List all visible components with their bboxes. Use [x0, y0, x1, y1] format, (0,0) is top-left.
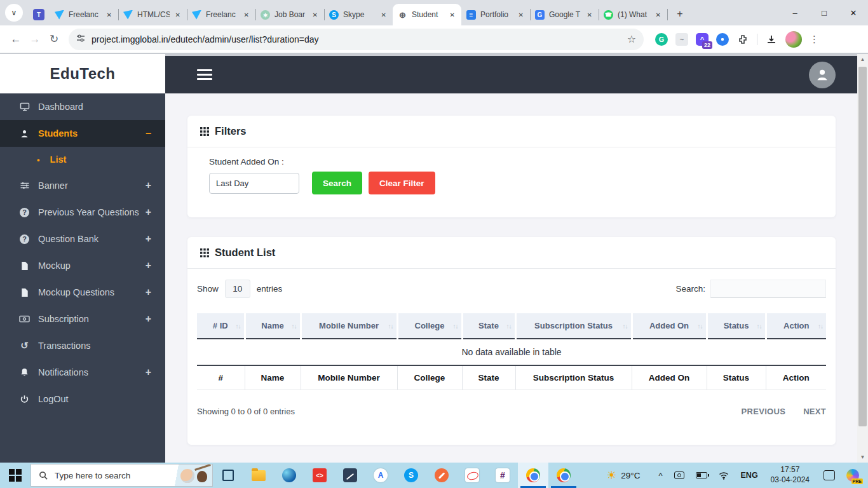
tab-search-dropdown-button[interactable]: ∨	[5, 4, 23, 22]
camera-icon[interactable]	[674, 471, 684, 479]
sidebar-item-subscription[interactable]: Subscription +	[0, 306, 165, 332]
brand-logo[interactable]: EduTech	[0, 54, 165, 93]
search-button[interactable]: Search	[312, 172, 362, 194]
expand-plus-icon[interactable]: +	[146, 180, 151, 191]
taskbar-search-box[interactable]: Type here to search	[31, 464, 213, 487]
taskbar-app-edge[interactable]	[274, 463, 304, 488]
sidebar-item-previous-year-questions[interactable]: ? Previous Year Questions +	[0, 199, 165, 226]
page-scrollbar[interactable]: ▲ ▼	[857, 54, 868, 463]
scroll-up-arrow[interactable]: ▲	[857, 54, 868, 65]
grammarly-extension-icon[interactable]: G	[655, 33, 668, 46]
previous-page-button[interactable]: PREVIOUS	[742, 407, 786, 416]
column-header-id[interactable]: # ID↑↓	[197, 313, 245, 339]
taskbar-app-code-editor[interactable]: <>	[304, 463, 335, 488]
column-header-added-on[interactable]: Added On↑↓	[632, 313, 707, 339]
taskbar-app-dark-tool[interactable]	[335, 463, 365, 488]
tab-student-list-active[interactable]: ⊕ Student ✕	[393, 4, 461, 25]
collapse-minus-icon[interactable]: −	[146, 128, 151, 139]
expand-plus-icon[interactable]: +	[146, 287, 151, 298]
close-tab-icon[interactable]: ✕	[174, 10, 182, 20]
start-button[interactable]	[9, 469, 22, 482]
back-button[interactable]: ←	[6, 30, 25, 49]
close-tab-icon[interactable]: ✕	[243, 10, 250, 20]
scroll-down-arrow[interactable]: ▼	[857, 452, 868, 463]
close-tab-icon[interactable]: ✕	[311, 10, 319, 20]
copilot-icon[interactable]: PRE	[846, 469, 859, 482]
sidebar-item-question-bank[interactable]: ? Question Bank +	[0, 226, 165, 252]
column-header-state[interactable]: State↑↓	[462, 313, 515, 339]
bookmark-star-icon[interactable]: ☆	[627, 33, 636, 45]
page-size-select[interactable]: 10	[225, 280, 250, 298]
tab-html-css[interactable]: HTML/CS ✕	[118, 4, 187, 25]
sidebar-item-dashboard[interactable]: Dashboard	[0, 93, 165, 120]
sidebar-item-notifications[interactable]: Notifications +	[0, 359, 165, 386]
site-info-icon[interactable]	[76, 34, 85, 45]
taskbar-app-snipping-tool[interactable]	[457, 463, 487, 488]
show-hidden-icons-chevron[interactable]: ^	[658, 471, 662, 480]
close-window-button[interactable]: ✕	[839, 0, 868, 25]
close-tab-icon[interactable]: ✕	[654, 10, 662, 20]
maximize-button[interactable]: □	[810, 0, 839, 25]
battery-icon[interactable]	[696, 472, 707, 478]
sidebar-subitem-list[interactable]: • List	[0, 147, 165, 172]
sidebar-item-mockup[interactable]: Mockup +	[0, 252, 165, 279]
expand-plus-icon[interactable]: +	[146, 313, 151, 325]
tab-whatsapp[interactable]: ☎ (1) What ✕	[599, 4, 667, 25]
wifi-icon[interactable]	[719, 471, 729, 480]
address-bar[interactable]: project.imgglobal.in/edutech/admin/user/…	[69, 29, 644, 50]
tab-job-board[interactable]: ∗ Job Boar ✕	[255, 4, 324, 25]
column-header-mobile[interactable]: Mobile Number↑↓	[301, 313, 397, 339]
sidebar-item-logout[interactable]: LogOut	[0, 386, 165, 412]
column-header-subscription[interactable]: Subscription Status↑↓	[515, 313, 632, 339]
blue-extension-icon[interactable]	[716, 33, 729, 46]
taskbar-app-skype[interactable]: S	[396, 463, 426, 488]
minimize-button[interactable]: –	[780, 0, 810, 25]
sidebar-item-banner[interactable]: Banner +	[0, 172, 165, 199]
close-tab-icon[interactable]: ✕	[105, 10, 113, 20]
wave-extension-icon[interactable]: ~	[675, 33, 688, 46]
tab-freelancer-2[interactable]: Freelanc ✕	[187, 4, 255, 25]
column-header-action[interactable]: Action↑↓	[766, 313, 826, 339]
column-header-status[interactable]: Status↑↓	[707, 313, 766, 339]
table-search-input[interactable]	[710, 280, 826, 298]
sidebar-item-mockup-questions[interactable]: Mockup Questions +	[0, 279, 165, 306]
taskbar-app-slack[interactable]: #	[487, 463, 518, 488]
clock[interactable]: 17:57 03-04-2024	[771, 465, 810, 485]
tab-google-translate[interactable]: G Google T ✕	[530, 4, 599, 25]
taskbar-app-file-explorer[interactable]	[243, 463, 274, 488]
notification-center-icon[interactable]	[824, 470, 835, 480]
close-tab-icon[interactable]: ✕	[517, 10, 525, 20]
column-header-college[interactable]: College↑↓	[397, 313, 462, 339]
search-box-doodle[interactable]	[170, 464, 212, 486]
downloads-icon[interactable]	[765, 33, 778, 46]
expand-plus-icon[interactable]: +	[146, 207, 151, 218]
taskbar-app-task-view[interactable]	[213, 463, 243, 488]
browser-menu-icon[interactable]: ⋮	[810, 34, 820, 45]
user-avatar[interactable]	[809, 62, 836, 88]
close-tab-icon[interactable]: ✕	[380, 10, 388, 20]
url-text[interactable]: project.imgglobal.in/edutech/admin/user/…	[92, 34, 627, 44]
taskbar-app-chrome-active[interactable]	[518, 463, 548, 488]
purple-extension-icon[interactable]: ^22	[696, 33, 709, 46]
close-tab-icon[interactable]: ✕	[586, 10, 593, 20]
reload-button[interactable]: ↻	[44, 30, 64, 49]
clear-filter-button[interactable]: Clear Filter	[369, 172, 435, 194]
tab-freelancer-1[interactable]: Freelanc ✕	[50, 4, 118, 25]
sidebar-item-students[interactable]: Students −	[0, 120, 165, 147]
hamburger-menu-icon[interactable]	[197, 69, 212, 80]
weather-widget[interactable]: ☀ 29°C	[606, 468, 640, 482]
expand-plus-icon[interactable]: +	[146, 233, 151, 245]
taskbar-app-postman[interactable]	[426, 463, 457, 488]
column-header-name[interactable]: Name↑↓	[245, 313, 301, 339]
scrollbar-thumb[interactable]	[858, 67, 867, 426]
duration-select[interactable]: Last Day	[209, 173, 299, 194]
sidebar-item-transactions[interactable]: ↺ Transactions	[0, 332, 165, 359]
tab-portfolio[interactable]: ≡ Portfolio ✕	[461, 4, 530, 25]
close-tab-icon[interactable]: ✕	[449, 10, 456, 20]
language-indicator[interactable]: ENG	[741, 471, 758, 480]
tab-skype[interactable]: S Skype ✕	[324, 4, 393, 25]
expand-plus-icon[interactable]: +	[146, 260, 151, 271]
new-tab-button[interactable]: +	[671, 5, 689, 23]
taskbar-app-chrome-2[interactable]	[548, 463, 579, 488]
pinned-tab-teams[interactable]: T	[28, 4, 50, 25]
